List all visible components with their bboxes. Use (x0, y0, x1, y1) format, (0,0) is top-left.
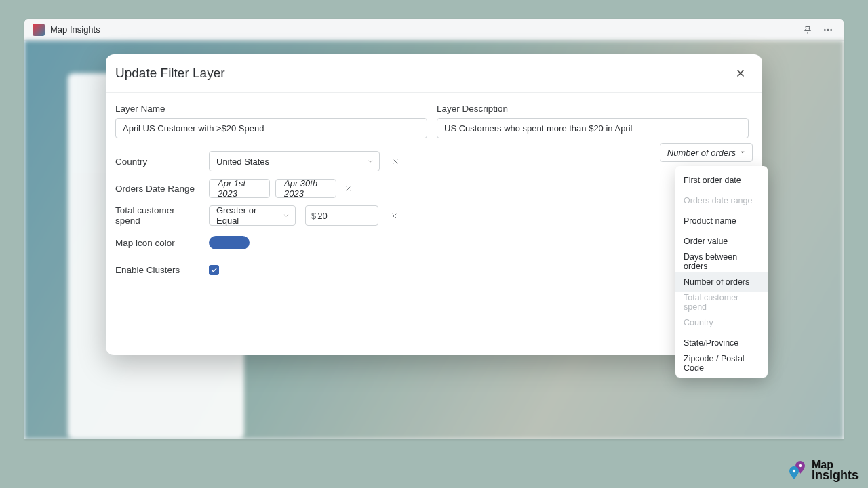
dropdown-item[interactable]: Zipcode / Postal Code (675, 353, 768, 373)
svg-point-1 (827, 28, 829, 30)
layer-desc-input[interactable] (437, 118, 749, 138)
svg-point-4 (793, 470, 795, 472)
dropdown-item[interactable]: Number of orders (675, 272, 768, 292)
country-label: Country (115, 157, 199, 167)
dropdown-item: Orders date range (675, 190, 768, 211)
modal-body: Layer Name Layer Description Country Uni… (106, 93, 762, 355)
country-select[interactable]: United States (209, 151, 380, 171)
chevron-down-icon (283, 212, 290, 219)
date-end-input[interactable]: Apr 30th 2023 (275, 179, 336, 198)
remove-country-filter-icon[interactable] (389, 155, 401, 167)
add-filter-label: Number of orders (667, 148, 736, 158)
spend-label: Total customer spend (115, 205, 199, 226)
enable-clusters-checkbox[interactable] (209, 265, 219, 275)
spend-operator-value: Greater or Equal (216, 205, 277, 226)
dropdown-item: Country (675, 312, 768, 333)
dropdown-item[interactable]: State/Province (675, 333, 768, 353)
dropdown-item[interactable]: Days between orders (675, 251, 768, 272)
app-icon (33, 24, 45, 36)
update-filter-layer-modal: Update Filter Layer Layer Name Layer Des… (106, 54, 762, 355)
modal-divider (115, 335, 753, 336)
spend-operator-select[interactable]: Greater or Equal (209, 205, 296, 226)
icon-color-swatch[interactable] (209, 236, 250, 249)
svg-point-3 (799, 464, 802, 467)
dropdown-item[interactable]: First order date (675, 170, 768, 190)
add-filter-button[interactable]: Number of orders (660, 143, 753, 162)
close-icon[interactable] (732, 65, 749, 81)
remove-date-filter-icon[interactable] (342, 182, 354, 195)
more-icon[interactable] (821, 22, 835, 37)
layer-desc-label: Layer Description (437, 104, 749, 114)
brand-line2: Insights (812, 470, 859, 481)
svg-point-0 (824, 28, 825, 30)
currency-prefix: $ (311, 211, 316, 221)
date-start-input[interactable]: Apr 1st 2023 (209, 179, 270, 198)
dropdown-item[interactable]: Product name (675, 211, 768, 231)
icon-color-label: Map icon color (115, 238, 199, 248)
modal-header: Update Filter Layer (106, 54, 762, 93)
modal-title: Update Filter Layer (115, 66, 225, 81)
add-filter-dropdown: First order dateOrders date rangeProduct… (675, 166, 768, 378)
app-header: Map Insights (24, 19, 844, 41)
svg-point-2 (830, 28, 831, 30)
layer-name-input[interactable] (115, 118, 427, 138)
date-range-label: Orders Date Range (115, 184, 199, 194)
dropdown-item[interactable]: Order value (675, 231, 768, 251)
country-value: United States (216, 157, 269, 167)
spend-amount-wrapper: $ (305, 205, 378, 226)
pin-icon[interactable] (800, 22, 815, 37)
app-title: Map Insights (50, 24, 100, 35)
spend-amount-input[interactable] (317, 211, 365, 221)
clusters-label: Enable Clusters (115, 265, 199, 275)
caret-down-icon (740, 150, 745, 155)
dropdown-item: Total customer spend (675, 292, 768, 312)
layer-name-label: Layer Name (115, 104, 427, 114)
brand-logo: Map Insights (787, 460, 859, 481)
chevron-down-icon (367, 158, 374, 165)
brand-pins-icon (787, 460, 808, 481)
remove-spend-filter-icon[interactable] (388, 209, 400, 222)
